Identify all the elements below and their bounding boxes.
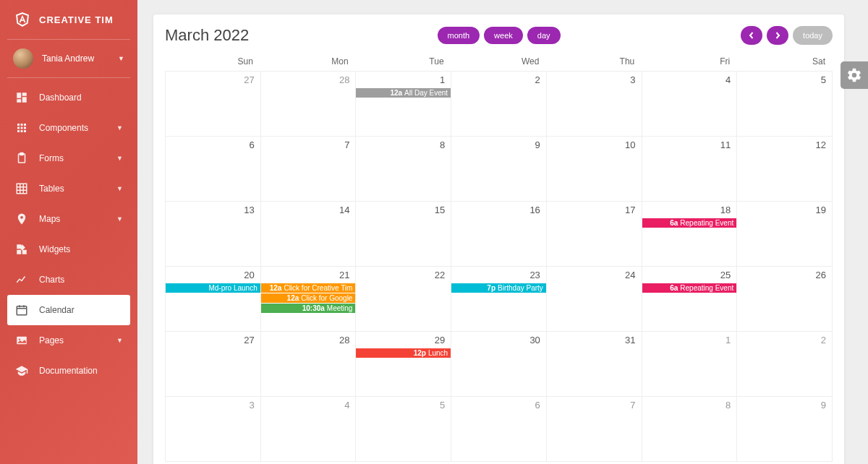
day-cell[interactable]: 2 — [737, 332, 833, 397]
sidebar-item-label: Tables — [39, 184, 116, 194]
view-week-button[interactable]: week — [484, 27, 523, 44]
day-cell[interactable]: 1 — [642, 332, 738, 397]
day-cell[interactable]: 27 — [166, 332, 261, 397]
day-cell[interactable]: 30 — [451, 332, 547, 397]
widgets-icon — [14, 242, 29, 257]
today-button[interactable]: today — [793, 26, 833, 45]
day-cell[interactable]: 13 — [166, 202, 261, 267]
day-number: 23 — [529, 270, 540, 280]
day-number: 20 — [244, 270, 254, 280]
calendar-event[interactable]: Md-pro Launch — [166, 283, 260, 293]
day-cell[interactable]: 2 — [451, 72, 547, 137]
calendar-event[interactable]: 12aAll Day Event — [356, 88, 451, 98]
sidebar-item-documentation[interactable]: Documentation — [7, 356, 130, 386]
calendar-nav: today — [741, 26, 833, 45]
settings-fab[interactable] — [841, 61, 868, 89]
day-cell[interactable]: 6 — [451, 397, 547, 462]
day-cell[interactable]: 27 — [166, 72, 261, 137]
day-number: 26 — [816, 270, 826, 280]
sidebar-item-charts[interactable]: Charts — [7, 265, 130, 295]
day-cell[interactable]: 9 — [451, 137, 547, 202]
day-cell[interactable]: 4 — [261, 397, 357, 462]
sidebar-item-pages[interactable]: Pages▼ — [7, 325, 130, 356]
next-button[interactable] — [767, 26, 788, 45]
view-day-button[interactable]: day — [527, 27, 561, 44]
day-cell[interactable]: 24 — [547, 267, 642, 332]
day-number: 1 — [440, 74, 445, 85]
calendar-event[interactable]: 10:30aMeeting — [261, 304, 356, 313]
sidebar-item-forms[interactable]: Forms▼ — [7, 143, 130, 173]
day-cell[interactable]: 15 — [356, 202, 451, 267]
sidebar-item-label: Pages — [39, 335, 116, 345]
day-number: 17 — [625, 205, 635, 215]
day-number: 6 — [249, 139, 254, 150]
prev-button[interactable] — [741, 26, 762, 45]
calendar-event[interactable]: 12aClick for Creative Tim — [261, 283, 356, 293]
calendar-header: March 2022 month week day today — [165, 26, 833, 45]
day-cell[interactable]: 3 — [547, 72, 642, 137]
day-number: 2 — [821, 335, 826, 345]
day-number: 30 — [529, 335, 540, 345]
day-cell[interactable]: 14 — [261, 202, 357, 267]
day-cell[interactable]: 31 — [547, 332, 642, 397]
calendar-title: March 2022 — [165, 26, 249, 45]
day-cell[interactable]: 112aAll Day Event — [356, 72, 451, 137]
calendar-event[interactable]: 12pLunch — [356, 348, 451, 358]
day-cell[interactable]: 2112aClick for Creative Tim12aClick for … — [261, 267, 357, 332]
user-menu[interactable]: Tania Andrew ▼ — [7, 40, 130, 78]
day-cell[interactable]: 11 — [642, 137, 738, 202]
sidebar-item-calendar[interactable]: Calendar — [7, 295, 130, 325]
weekday-label: Tue — [356, 52, 451, 71]
sidebar: CREATIVE TIM Tania Andrew ▼ DashboardCom… — [0, 0, 137, 464]
day-cell[interactable]: 7 — [547, 397, 642, 462]
view-month-button[interactable]: month — [437, 27, 480, 44]
calendar-event[interactable]: 7pBirthday Party — [451, 283, 546, 293]
sidebar-item-widgets[interactable]: Widgets — [7, 234, 130, 265]
day-cell[interactable]: 5 — [356, 397, 451, 462]
day-cell[interactable]: 5 — [737, 72, 833, 137]
day-cell[interactable]: 3 — [166, 397, 261, 462]
chevron-down-icon: ▼ — [118, 55, 124, 62]
day-number: 8 — [440, 139, 445, 150]
day-cell[interactable]: 26 — [737, 267, 833, 332]
day-cell[interactable]: 10 — [547, 137, 642, 202]
day-cell[interactable]: 2912pLunch — [356, 332, 451, 397]
svg-rect-2 — [17, 184, 27, 194]
day-cell[interactable]: 8 — [642, 397, 738, 462]
calendar-icon — [14, 303, 29, 317]
day-cell[interactable]: 256aRepeating Event — [642, 267, 738, 332]
day-cell[interactable]: 8 — [356, 137, 451, 202]
brand[interactable]: CREATIVE TIM — [7, 0, 130, 40]
day-cell[interactable]: 22 — [356, 267, 451, 332]
day-cell[interactable]: 16 — [451, 202, 547, 267]
calendar-event[interactable]: 6aRepeating Event — [642, 283, 737, 293]
sidebar-item-dashboard[interactable]: Dashboard — [7, 82, 130, 113]
calendar-event[interactable]: 12aClick for Google — [261, 293, 356, 303]
calendar-event[interactable]: 6aRepeating Event — [642, 218, 737, 228]
day-cell[interactable]: 237pBirthday Party — [451, 267, 547, 332]
day-cell[interactable]: 28 — [261, 72, 357, 137]
calendar-panel: March 2022 month week day today SunMonTu… — [153, 14, 844, 464]
day-cell[interactable]: 17 — [547, 202, 642, 267]
sidebar-item-label: Dashboard — [39, 93, 123, 103]
sidebar-item-tables[interactable]: Tables▼ — [7, 173, 130, 204]
weekday-label: Thu — [546, 52, 642, 71]
day-cell[interactable]: 7 — [261, 137, 357, 202]
sidebar-item-label: Widgets — [39, 244, 123, 254]
sidebar-item-maps[interactable]: Maps▼ — [7, 204, 130, 234]
apps-icon — [14, 121, 29, 135]
weekday-header: SunMonTueWedThuFriSat — [165, 52, 833, 71]
day-cell[interactable]: 6 — [166, 137, 261, 202]
day-cell[interactable]: 12 — [737, 137, 833, 202]
chevron-down-icon: ▼ — [116, 124, 123, 132]
day-cell[interactable]: 4 — [642, 72, 738, 137]
day-cell[interactable]: 186aRepeating Event — [642, 202, 738, 267]
day-cell[interactable]: 19 — [737, 202, 833, 267]
chevron-down-icon: ▼ — [116, 215, 123, 223]
day-cell[interactable]: 9 — [737, 397, 833, 462]
sidebar-item-components[interactable]: Components▼ — [7, 113, 130, 143]
day-number: 24 — [625, 270, 635, 280]
day-cell[interactable]: 20Md-pro Launch — [166, 267, 261, 332]
day-cell[interactable]: 28 — [261, 332, 357, 397]
chevron-down-icon: ▼ — [116, 155, 123, 162]
